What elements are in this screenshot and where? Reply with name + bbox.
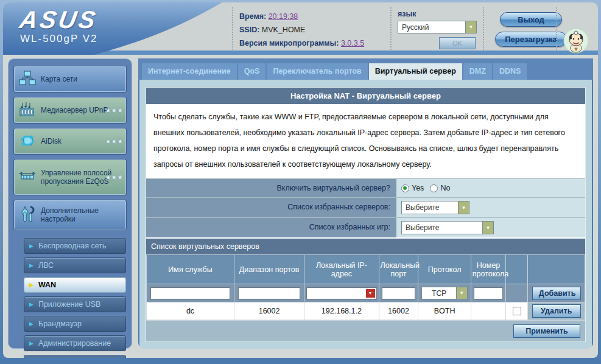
page-title: Настройка NAT - Виртуальный сервер <box>146 88 585 104</box>
ssid-value: MVK_HOME <box>262 26 306 34</box>
col-select <box>506 255 528 284</box>
col-protocol: Протокол <box>418 255 471 284</box>
media-server-icon <box>18 101 37 120</box>
col-protocol-no: Номер протокола <box>471 255 506 284</box>
play-arrow-icon: ▶ <box>29 340 33 346</box>
chevron-down-icon: ▼ <box>482 222 493 234</box>
sidebar: Карта сети Медиасервер UPnP ★★★ AiDisk ★… <box>8 58 132 349</box>
famous-games-selected: Выберите <box>402 223 482 232</box>
logout-button[interactable]: Выход <box>500 12 562 27</box>
sub-item-label: Администрирование <box>38 339 111 348</box>
bandwidth-icon <box>18 170 37 184</box>
chevron-down-icon[interactable]: ▼ <box>366 289 375 298</box>
radio-yes-circle <box>401 184 409 192</box>
header-divider <box>483 7 484 50</box>
sidebar-item-network-map[interactable]: Карта сети <box>14 66 126 92</box>
table-header-row: Имя службы Диапазон портов Локальный IP-… <box>147 255 585 284</box>
header-divider <box>390 7 392 50</box>
protocol-select[interactable]: TCP ▼ <box>421 287 467 299</box>
nat-settings-box: Настройка NAT - Виртуальный сервер Чтобы… <box>146 87 586 342</box>
play-arrow-icon: ▶ <box>29 262 33 268</box>
sidebar-item-label: Карта сети <box>41 75 77 83</box>
apply-row: Применить <box>146 320 585 341</box>
local-ip-input[interactable] <box>307 289 365 298</box>
cell-protocol-no <box>471 303 506 320</box>
table-row: dc 16002 192.168.1.2 16002 BOTH Удалить <box>147 303 585 320</box>
network-map-icon <box>18 71 37 88</box>
sidebar-item-aidisk[interactable]: AiDisk ★★★ <box>14 128 126 154</box>
language-select[interactable]: Русский ▼ <box>398 21 477 33</box>
sidebar-item-ezqos[interactable]: Управление полосой пропускания EzQoS ★★★ <box>14 159 126 195</box>
apply-button[interactable]: Применить <box>513 324 580 338</box>
radio-yes[interactable]: Yes <box>401 184 424 192</box>
firmware-link[interactable]: 3.0.3.5 <box>341 39 364 47</box>
form-row-enable: Включить виртуальный сервер? Yes No <box>146 178 585 197</box>
protocol-selected: TCP <box>422 289 455 298</box>
sidebar-item-usb[interactable]: ▶ Приложение USB <box>24 296 126 312</box>
tab-virtual-server[interactable]: Виртуальный сервер <box>369 63 462 80</box>
virtual-server-table: Имя службы Диапазон портов Локальный IP-… <box>146 254 585 320</box>
tab-qos[interactable]: QoS <box>238 63 266 80</box>
tab-bar: Интернет-соединение QoS Переключатель по… <box>138 58 593 80</box>
header-divider <box>232 7 233 50</box>
chevron-down-icon: ▼ <box>458 201 469 214</box>
sidebar-item-label: Медиасервер UPnP <box>41 106 108 114</box>
sidebar-item-label: AiDisk <box>41 137 62 145</box>
advanced-submenu: ▶ Беспроводная сеть ▶ ЛВС ▶ WAN ▶ Прилож… <box>24 238 126 358</box>
famous-servers-label: Список избранных серверов: <box>146 198 396 217</box>
port-range-input[interactable] <box>238 287 301 299</box>
sub-item-label: ЛВС <box>38 261 54 270</box>
sidebar-item-advanced-settings[interactable]: Дополнительные настройки <box>14 200 126 229</box>
play-arrow-icon: ▶ <box>29 301 33 307</box>
local-port-input[interactable] <box>382 287 415 299</box>
row-checkbox[interactable] <box>513 307 521 315</box>
time-label: Время: <box>239 12 266 21</box>
section-title: Список виртуальных серверов <box>146 239 585 254</box>
add-button[interactable]: Добавить <box>532 287 581 300</box>
service-name-input[interactable] <box>150 287 230 299</box>
language-selected: Русский <box>398 23 465 32</box>
cell-local-port: 16002 <box>379 303 418 320</box>
sub-item-label: WAN <box>38 281 56 289</box>
page-body: Карта сети Медиасервер UPnP ★★★ AiDisk ★… <box>3 55 598 352</box>
model-label: WL-500gP V2 <box>20 33 98 45</box>
ssid-label: SSID: <box>239 26 259 34</box>
asus-logo: ASUS <box>18 7 100 32</box>
tab-port-trigger[interactable]: Переключатель портов <box>267 63 367 80</box>
tab-ddns[interactable]: DDNS <box>493 63 527 80</box>
local-ip-combo[interactable]: ▼ <box>306 287 376 299</box>
rating-stars: ★★★ <box>105 138 123 145</box>
sidebar-item-wireless[interactable]: ▶ Беспроводная сеть <box>24 238 126 254</box>
brand: ASUS WL-500gP V2 <box>20 7 98 45</box>
famous-games-select[interactable]: Выберите ▼ <box>401 221 494 234</box>
sidebar-item-administration[interactable]: ▶ Администрирование <box>24 335 126 351</box>
doctor-helper-icon[interactable] <box>563 28 589 54</box>
sidebar-item-wan[interactable]: ▶ WAN <box>24 277 126 293</box>
tab-internet-connection[interactable]: Интернет-соединение <box>142 63 237 80</box>
radio-no[interactable]: No <box>430 184 450 192</box>
sidebar-item-system-log[interactable]: ▶ Системный журнал <box>24 355 126 358</box>
main-panel: Интернет-соединение QoS Переключатель по… <box>138 58 593 349</box>
tab-dmz[interactable]: DMZ <box>463 63 492 80</box>
sidebar-item-label: Дополнительные настройки <box>41 206 122 223</box>
form-row-famous-servers: Список избранных серверов: Выберите ▼ <box>146 197 585 217</box>
radio-no-label: No <box>440 184 450 192</box>
sidebar-item-media-server[interactable]: Медиасервер UPnP ★★★ <box>14 97 126 123</box>
protocol-no-input[interactable] <box>474 287 503 299</box>
play-arrow-icon: ▶ <box>29 282 33 288</box>
description-text: Чтобы сделать службы, такие как WWW и FT… <box>146 104 585 178</box>
chevron-down-icon: ▼ <box>456 287 467 299</box>
tools-icon <box>18 206 37 225</box>
time-link[interactable]: 20:19:38 <box>269 12 298 21</box>
cell-protocol: BOTH <box>418 303 471 320</box>
famous-servers-select[interactable]: Выберите ▼ <box>401 201 469 214</box>
rating-stars: ★★★ <box>105 107 123 114</box>
famous-games-label: Список избранных игр: <box>146 218 396 237</box>
language-apply-button[interactable]: OK <box>439 37 476 49</box>
firmware-label: Версия микропрограммы: <box>239 39 339 47</box>
aidisk-icon <box>18 133 37 150</box>
sidebar-item-firewall[interactable]: ▶ Брандмауэр <box>24 316 126 332</box>
play-arrow-icon: ▶ <box>29 321 33 327</box>
delete-button[interactable]: Удалить <box>532 304 581 318</box>
sidebar-item-lan[interactable]: ▶ ЛВС <box>24 257 126 273</box>
